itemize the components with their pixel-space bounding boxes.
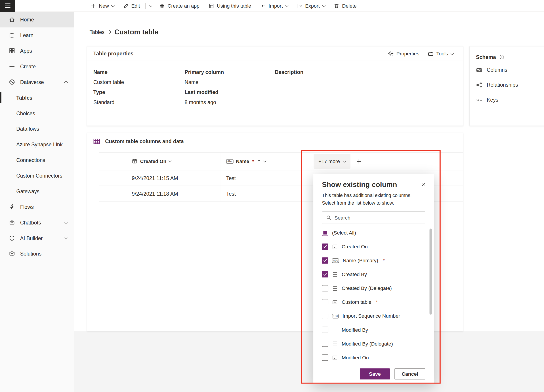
chevron-down-icon	[169, 159, 172, 162]
column-option-modified-by[interactable]: Modified By	[313, 323, 434, 337]
checkbox-unchecked[interactable]	[322, 354, 328, 361]
sidebar-label: Azure Synapse Link	[16, 142, 63, 147]
checkbox-unchecked[interactable]	[322, 327, 328, 333]
checkbox-unchecked[interactable]	[322, 313, 328, 319]
create-an-app-label: Create an app	[168, 3, 200, 8]
checkbox-checked[interactable]	[322, 243, 328, 250]
add-column-button[interactable]	[351, 154, 367, 169]
sidebar-item-solutions[interactable]: Solutions	[0, 246, 74, 262]
sidebar-item-azure-synapse-link[interactable]: Azure Synapse Link	[0, 137, 74, 152]
column-option-label: Modified On	[342, 355, 369, 361]
schema-item-columns[interactable]: Columns	[476, 63, 544, 77]
sidebar-item-ai-builder[interactable]: AI Builder	[0, 230, 74, 246]
sidebar-item-chatbots[interactable]: Chatbots	[0, 215, 74, 230]
app-root: New Edit Create an app Using this table …	[0, 0, 544, 392]
schema-item-label: Columns	[487, 67, 507, 73]
dialog-footer: Save Cancel	[313, 364, 434, 384]
cancel-button[interactable]: Cancel	[395, 368, 425, 380]
table-app-icon	[208, 3, 214, 8]
left-nav: Home Learn Apps Create Dataverse Tables …	[0, 12, 74, 392]
check-icon	[323, 245, 327, 249]
more-columns-label: +17 more	[319, 158, 340, 164]
column-option-label: Created By	[342, 272, 367, 277]
chevron-down-icon	[263, 159, 266, 162]
key-icon	[476, 96, 482, 103]
sidebar-item-flows[interactable]: Flows	[0, 199, 74, 215]
sidebar-item-gateways[interactable]: Gateways	[0, 183, 74, 199]
using-this-table-button[interactable]: Using this table	[204, 0, 256, 12]
import-button[interactable]: Import	[256, 0, 292, 12]
sidebar-item-dataflows[interactable]: Dataflows	[0, 121, 74, 137]
sidebar-item-choices[interactable]: Choices	[0, 105, 74, 121]
grid-header-row: Created On Abc Name * +17 more	[99, 152, 463, 170]
new-button[interactable]: New	[86, 0, 118, 12]
chevron-right-icon	[108, 31, 111, 34]
main-content: Tables Custom table Table properties Pro…	[74, 12, 544, 392]
plus-icon	[356, 158, 361, 164]
sidebar-item-home[interactable]: Home	[0, 12, 74, 28]
checkbox-checked[interactable]	[322, 271, 328, 277]
sidebar-item-learn[interactable]: Learn	[0, 28, 74, 43]
column-option-label: Import Sequence Number	[343, 313, 400, 319]
sidebar-item-custom-connectors[interactable]: Custom Connectors	[0, 168, 74, 184]
checkbox-unchecked[interactable]	[322, 285, 328, 291]
checkbox-indeterminate[interactable]	[322, 230, 328, 236]
sidebar-label: Create	[20, 64, 36, 69]
lookup-icon	[332, 341, 338, 347]
schema-item-relationships[interactable]: Relationships	[476, 78, 544, 92]
column-option-import-sequence-number[interactable]: 123 Import Sequence Number	[313, 309, 434, 323]
schema-item-keys[interactable]: Keys	[476, 93, 544, 107]
table-properties-title: Table properties	[93, 51, 134, 57]
sidebar-label: Chatbots	[20, 220, 41, 225]
info-icon[interactable]	[499, 54, 504, 59]
sidebar-item-apps[interactable]: Apps	[0, 43, 74, 59]
column-option-name-primary[interactable]: Abc Name (Primary) *	[313, 253, 434, 267]
show-existing-column-dialog: Show existing column This table has addi…	[313, 174, 434, 384]
column-option-select-all[interactable]: (Select All)	[313, 226, 434, 240]
more-columns-dropdown[interactable]: +17 more	[314, 154, 350, 169]
properties-button-label: Properties	[396, 51, 419, 56]
breadcrumb-tables-link[interactable]: Tables	[89, 29, 105, 35]
column-option-custom-table[interactable]: Custom table *	[313, 295, 434, 309]
created-on-cell: 9/24/2021 11:15 AM	[129, 175, 220, 181]
sidebar-item-dataverse[interactable]: Dataverse	[0, 74, 74, 90]
page-title: Custom table	[114, 28, 158, 36]
tools-button[interactable]: Tools	[424, 48, 457, 59]
save-button[interactable]: Save	[360, 368, 390, 380]
name-cell: Test	[220, 186, 314, 201]
check-icon	[323, 258, 327, 263]
sidebar-label: Tables	[16, 95, 32, 100]
column-option-modified-on[interactable]: Modified On	[313, 351, 434, 364]
edit-dropdown-button[interactable]	[146, 0, 155, 12]
scrollbar-thumb[interactable]	[429, 228, 432, 315]
sidebar-item-connections[interactable]: Connections	[0, 152, 74, 168]
box-icon	[9, 250, 15, 257]
column-option-modified-by-delegate[interactable]: Modified By (Delegate)	[313, 337, 434, 351]
sidebar-item-create[interactable]: Create	[0, 59, 74, 74]
search-input[interactable]	[334, 215, 421, 221]
name-column-header[interactable]: Abc Name *	[220, 152, 314, 170]
checkbox-unchecked[interactable]	[322, 299, 328, 305]
edit-button[interactable]: Edit	[118, 0, 144, 12]
checkbox-unchecked[interactable]	[322, 341, 328, 347]
properties-button[interactable]: Properties	[384, 48, 423, 59]
column-option-created-on[interactable]: Created On	[313, 240, 434, 253]
search-box	[322, 211, 425, 224]
column-option-created-by[interactable]: Created By	[313, 267, 434, 281]
lookup-icon	[332, 285, 338, 291]
created-on-column-header[interactable]: Created On	[129, 158, 220, 164]
hamburger-menu-button[interactable]	[0, 0, 15, 12]
sidebar-item-tables[interactable]: Tables	[0, 90, 74, 105]
calendar-icon	[132, 158, 137, 164]
create-an-app-button[interactable]: Create an app	[155, 0, 204, 12]
primary-column-label: Primary column	[184, 67, 275, 77]
checkbox-checked[interactable]	[322, 257, 328, 263]
chevron-down-icon	[64, 221, 67, 224]
export-button[interactable]: Export	[292, 0, 329, 12]
abc-icon: Abc	[226, 159, 233, 164]
delete-button[interactable]: Delete	[329, 0, 361, 12]
sidebar-label: Custom Connectors	[16, 173, 62, 178]
close-button[interactable]	[419, 180, 428, 188]
column-option-created-by-delegate[interactable]: Created By (Delegate)	[313, 281, 434, 295]
schema-title: Schema	[476, 54, 496, 60]
